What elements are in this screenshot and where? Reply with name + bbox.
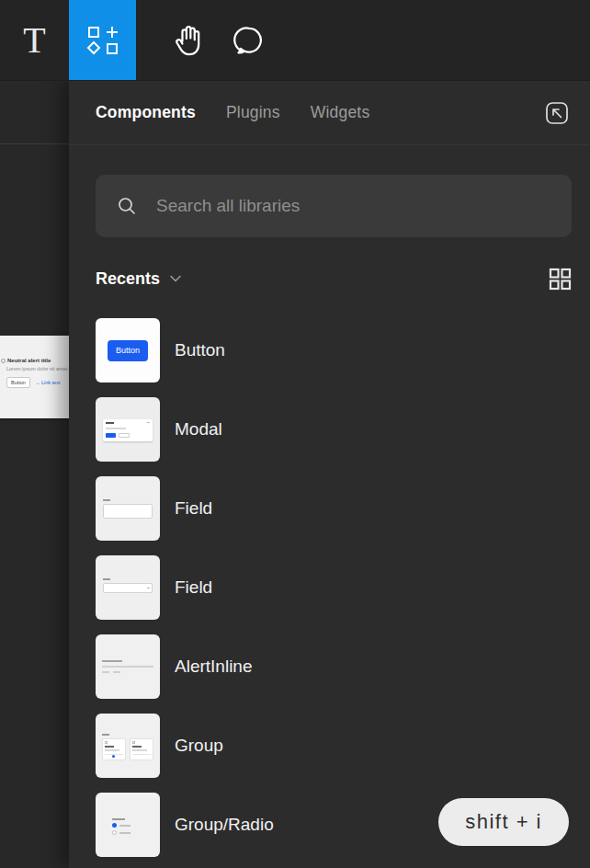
grid-view-button[interactable]	[548, 267, 572, 291]
component-item-label: Group/Radio	[175, 815, 274, 835]
alert-inline-thumbnail	[96, 634, 160, 699]
pop-out-panel-button[interactable]	[542, 98, 572, 128]
comment-tool-button[interactable]	[219, 0, 279, 80]
component-tool-button-active[interactable]	[69, 0, 136, 80]
comment-bubble-icon	[233, 24, 266, 57]
shortcut-hint-pill: shift + i	[438, 798, 569, 846]
field-thumbnail	[96, 476, 160, 541]
hand-icon	[172, 24, 203, 57]
component-item-label: Field	[175, 498, 212, 519]
hand-tool-button[interactable]	[156, 0, 219, 80]
button-thumbnail: Button	[96, 318, 160, 383]
info-circle-icon	[1, 359, 6, 363]
search-bar[interactable]	[96, 175, 572, 237]
text-tool-button[interactable]: T	[0, 0, 69, 80]
top-toolbar: T	[0, 0, 590, 81]
recents-list: Button Button Modal	[96, 318, 572, 857]
tab-components[interactable]: Components	[96, 103, 196, 122]
component-item-field[interactable]: Field	[96, 476, 572, 541]
recents-toggle[interactable]: Recents	[96, 269, 181, 289]
alert-button[interactable]: Button	[6, 377, 30, 388]
search-icon	[116, 195, 138, 217]
component-item-field-2[interactable]: Field	[96, 555, 572, 620]
component-assets-icon	[86, 25, 119, 56]
tab-plugins[interactable]: Plugins	[226, 103, 280, 122]
component-item-alertinline[interactable]: AlertInline	[96, 634, 572, 699]
figma-assets-panel-screen: T	[0, 0, 590, 868]
text-tool-icon: T	[23, 22, 45, 59]
panel-header: Components Plugins Widgets	[69, 81, 590, 145]
canvas-frame-edge	[0, 143, 69, 144]
alert-title: Neutral alert title	[7, 358, 51, 363]
canvas-alert-component[interactable]: Neutral alert title Lorem ipsum dolor si…	[0, 336, 69, 418]
search-input[interactable]	[156, 196, 551, 216]
tab-widgets[interactable]: Widgets	[311, 103, 370, 122]
component-item-group[interactable]: Group	[96, 714, 572, 778]
shortcut-hint-text: shift + i	[465, 810, 542, 834]
component-item-label: Group	[175, 736, 223, 756]
alert-body-text: Lorem ipsum dolor sit amet consect	[6, 366, 69, 371]
component-item-label: Modal	[175, 419, 222, 440]
component-item-button[interactable]: Button Button	[96, 318, 572, 383]
component-item-label: Field	[175, 577, 212, 598]
component-item-label: AlertInline	[175, 657, 253, 677]
group-thumbnail	[96, 714, 160, 778]
recents-section-header: Recents	[96, 267, 572, 291]
chevron-down-icon	[170, 275, 181, 282]
component-item-modal[interactable]: Modal	[96, 397, 572, 462]
group-radio-thumbnail	[96, 793, 160, 857]
alert-link[interactable]: → Link text	[35, 380, 61, 385]
assets-panel: Components Plugins Widgets	[69, 81, 590, 868]
modal-thumbnail	[96, 397, 160, 462]
arrow-up-left-box-icon	[543, 99, 571, 127]
panel-tabs: Components Plugins Widgets	[96, 103, 542, 122]
mini-modal-preview	[103, 419, 153, 441]
canvas-area[interactable]: Neutral alert title Lorem ipsum dolor si…	[0, 81, 69, 868]
grid-view-icon	[549, 268, 572, 291]
mini-button-preview: Button	[108, 340, 148, 361]
component-item-label: Button	[175, 340, 225, 360]
field-select-thumbnail	[96, 555, 160, 620]
